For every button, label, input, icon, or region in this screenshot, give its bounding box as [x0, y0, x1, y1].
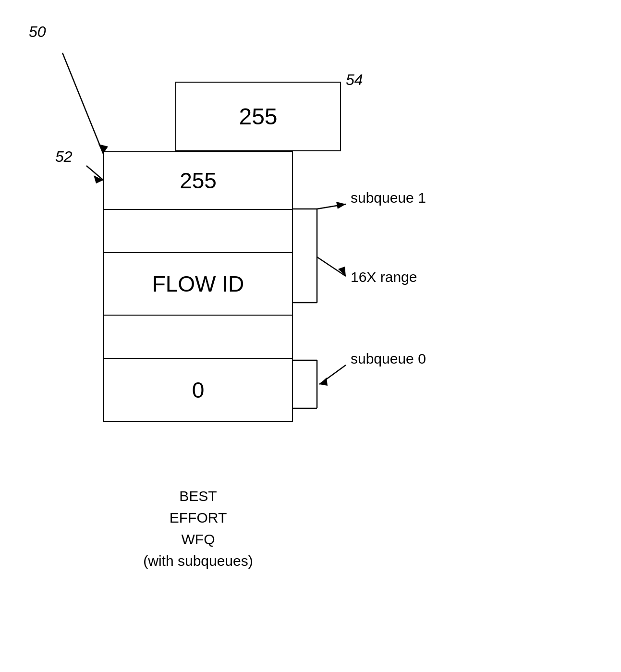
row-empty-2: [104, 316, 292, 359]
figure-number-label: 50: [29, 23, 46, 41]
svg-marker-17: [319, 378, 328, 386]
row-zero-text: 0: [192, 377, 205, 403]
bottom-label-line2: EFFORT: [103, 507, 293, 528]
row-zero: 0: [104, 359, 292, 421]
svg-line-11: [317, 257, 346, 276]
diagram-container: 50 54 52 255 255 FLOW ID 0 subqueue 1 16…: [0, 0, 621, 672]
row-255-text: 255: [180, 168, 217, 194]
svg-line-4: [86, 166, 103, 180]
row-flowid: FLOW ID: [104, 253, 292, 316]
bottom-label-line3: WFQ: [103, 528, 293, 550]
svg-marker-5: [94, 175, 103, 183]
row-255: 255: [104, 152, 292, 210]
bottom-label: BEST EFFORT WFQ (with subqueues): [103, 485, 293, 572]
row-flowid-text: FLOW ID: [152, 271, 244, 297]
box-54: 255: [175, 82, 341, 151]
svg-line-9: [317, 204, 346, 209]
svg-line-16: [319, 365, 346, 384]
bottom-label-line1: BEST: [103, 485, 293, 507]
label-52: 52: [55, 148, 73, 166]
svg-marker-10: [336, 202, 346, 209]
svg-marker-12: [338, 267, 346, 276]
svg-line-0: [62, 53, 103, 154]
label-16x-range: 16X range: [351, 269, 417, 285]
label-subqueue0: subqueue 0: [351, 351, 426, 367]
bottom-label-line4: (with subqueues): [103, 550, 293, 572]
row-empty-1: [104, 210, 292, 253]
box-52-main: 255 FLOW ID 0: [103, 151, 293, 422]
label-54: 54: [346, 71, 363, 89]
box-54-value: 255: [239, 103, 277, 130]
label-subqueue1: subqueue 1: [351, 190, 426, 206]
